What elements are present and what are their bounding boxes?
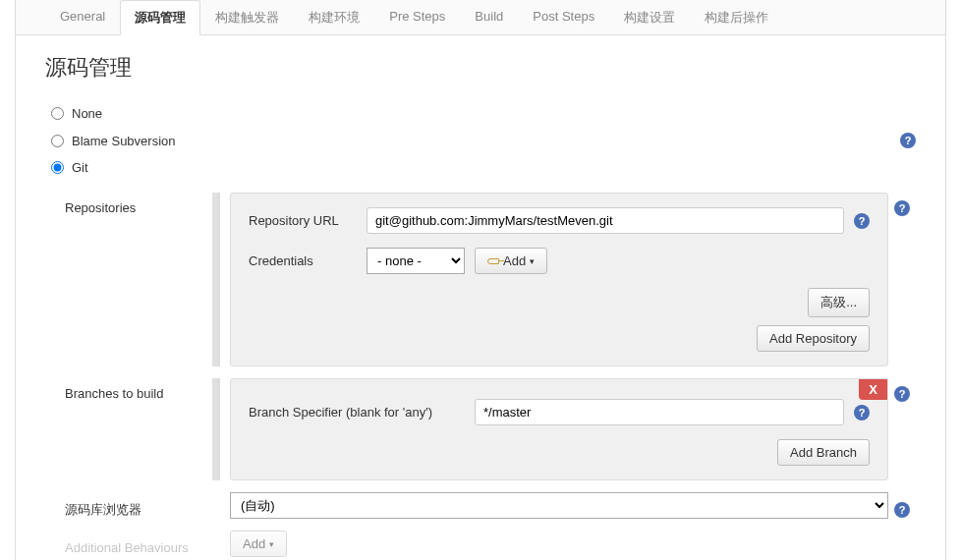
help-icon-repo-url[interactable]: ?	[854, 213, 870, 229]
credentials-label: Credentials	[249, 253, 357, 268]
repo-url-input[interactable]	[367, 207, 844, 234]
radio-git[interactable]	[51, 161, 64, 174]
branch-specifier-label: Branch Specifier (blank for 'any')	[249, 405, 465, 420]
radio-git-label: Git	[72, 160, 88, 175]
tab-general[interactable]: General	[45, 0, 120, 35]
radio-none[interactable]	[51, 107, 64, 120]
help-icon-repo-browser[interactable]: ?	[894, 502, 910, 518]
credentials-add-label: Add	[503, 253, 526, 268]
repositories-body: Repository URL ? Credentials - none - Ad…	[230, 193, 888, 366]
dropdown-caret-icon: ▾	[530, 256, 535, 266]
key-icon	[487, 258, 499, 264]
branches-body: X Branch Specifier (blank for 'any') ? A…	[230, 378, 888, 480]
repositories-label: Repositories	[65, 193, 212, 366]
tab-pre-steps[interactable]: Pre Steps	[374, 0, 460, 35]
tab-build[interactable]: Build	[460, 0, 518, 35]
config-tabs: General 源码管理 构建触发器 构建环境 Pre Steps Build …	[16, 0, 945, 35]
help-icon-blame-svn[interactable]: ?	[900, 133, 916, 148]
section-title: 源码管理	[45, 53, 916, 83]
add-branch-button[interactable]: Add Branch	[777, 439, 870, 466]
branches-label: Branches to build	[65, 378, 212, 480]
help-icon-branch-specifier[interactable]: ?	[854, 405, 870, 420]
dropdown-caret-icon: ▾	[269, 539, 274, 549]
repo-url-label: Repository URL	[249, 213, 357, 228]
branch-specifier-input[interactable]	[475, 399, 844, 425]
repo-browser-select[interactable]: (自动)	[230, 492, 888, 519]
advanced-button[interactable]: 高级...	[808, 288, 870, 317]
radio-blame-svn-label: Blame Subversion	[72, 134, 176, 148]
radio-blame-svn[interactable]	[51, 135, 64, 147]
tab-scm[interactable]: 源码管理	[120, 0, 200, 35]
additional-add-button[interactable]: Add ▾	[230, 531, 287, 557]
tab-triggers[interactable]: 构建触发器	[200, 0, 294, 35]
additional-behaviours-label: Additional Behaviours	[65, 532, 212, 555]
tab-env[interactable]: 构建环境	[294, 0, 374, 35]
help-icon-branches[interactable]: ?	[894, 386, 910, 402]
repo-browser-label: 源码库浏览器	[65, 493, 212, 519]
additional-add-label: Add	[243, 536, 265, 551]
delete-branch-button[interactable]: X	[859, 379, 887, 400]
tab-post-steps[interactable]: Post Steps	[518, 0, 609, 35]
drag-handle[interactable]	[212, 193, 220, 366]
credentials-select[interactable]: - none -	[367, 248, 465, 274]
radio-none-label: None	[72, 106, 102, 121]
add-repository-button[interactable]: Add Repository	[757, 325, 870, 352]
drag-handle[interactable]	[212, 378, 220, 480]
credentials-add-button[interactable]: Add ▾	[475, 248, 547, 274]
tab-build-settings[interactable]: 构建设置	[609, 0, 690, 35]
help-icon-repositories[interactable]: ?	[894, 200, 910, 216]
tab-post-build[interactable]: 构建后操作	[690, 0, 783, 35]
